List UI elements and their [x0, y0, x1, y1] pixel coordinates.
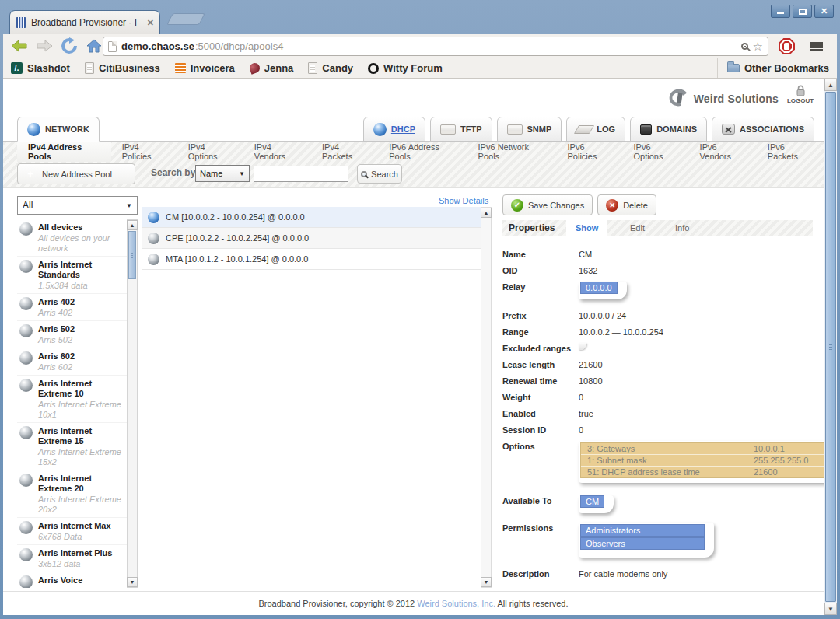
close-button[interactable]: ✕ [814, 5, 834, 18]
relay-listbox[interactable]: 0.0.0.0 [579, 282, 627, 299]
list-item[interactable]: Arris Internet Extreme 20Arris Internet … [17, 470, 127, 518]
prop-renewal-time: Renewal time10800 [502, 376, 813, 392]
list-item[interactable]: Arris 602Arris 602 [17, 348, 127, 376]
save-changes-button[interactable]: ✓ Save Changes [502, 194, 593, 215]
list-item[interactable]: Arris Internet Standards1.5x384 data [17, 257, 127, 294]
pool-list-scrollbar[interactable]: ▲ ▼ [481, 207, 492, 588]
tab-log[interactable]: LOG [566, 117, 625, 142]
prop-session-id: Session ID0 [502, 425, 813, 441]
subtab-ipv6-address-pools[interactable]: IPv6 Address Pools [378, 142, 467, 162]
bookmark-witty-forum[interactable]: Witty Forum [368, 62, 443, 74]
reload-button[interactable] [59, 37, 79, 55]
new-address-pool-button[interactable]: + New Address Pool [17, 163, 135, 184]
tab-show[interactable]: Show [566, 220, 607, 236]
device-filter-select[interactable]: All ▼ [17, 196, 138, 215]
pool-row-cm[interactable]: CM [10.0.0.2 - 10.0.0.254] @ 0.0.0.0 [142, 207, 481, 228]
forward-button[interactable] [34, 37, 54, 55]
footer-link[interactable]: Weird Solutions, Inc. [417, 599, 495, 608]
prop-prefix: Prefix10.0.0.0 / 24 [502, 310, 813, 327]
other-bookmarks-button[interactable]: Other Bookmarks [717, 58, 829, 78]
tab-close-icon[interactable]: ✕ [147, 18, 154, 28]
subtab-ipv4-policies[interactable]: IPv4 Policies [111, 142, 177, 162]
bookmark-candy[interactable]: Candy [308, 62, 353, 74]
permissions-listbox[interactable]: Administrators Observers [579, 523, 714, 558]
option-row[interactable]: 51: DHCP address lease time21600 [581, 467, 824, 477]
address-bar[interactable]: demo.chaos.se :5000/dhcp/apools4 ☆ [103, 37, 768, 56]
list-item[interactable]: Arris Internet Plus3x512 data [17, 545, 127, 572]
list-item[interactable]: Arris Internet Max6x768 Data [17, 518, 127, 545]
list-item[interactable]: All devicesAll devices on your network [17, 219, 127, 257]
available-to-listbox[interactable]: CM [579, 495, 614, 513]
scroll-up-icon[interactable]: ▲ [481, 208, 492, 218]
empty-list-icon [579, 343, 586, 350]
scroll-down-icon[interactable]: ▼ [824, 603, 837, 615]
pool-row-cpe[interactable]: CPE [10.0.2.2 - 10.0.2.254] @ 0.0.0.0 [142, 228, 481, 249]
search-button[interactable]: Search [357, 164, 402, 184]
tab-favicon-icon [16, 17, 26, 28]
option-row[interactable]: 1: Subnet mask255.255.255.0 [581, 455, 824, 467]
back-button[interactable] [9, 37, 30, 55]
device-list-scrollbar[interactable]: ▲ ▼ [127, 219, 138, 588]
show-details-link[interactable]: Show Details [439, 196, 488, 205]
list-item[interactable]: Arris Internet Extreme 15Arris Internet … [17, 423, 127, 470]
menu-icon[interactable] [810, 42, 823, 51]
zoom-icon[interactable] [741, 43, 748, 50]
globe-icon [373, 123, 387, 136]
list-item[interactable]: Arris 502Arris 502 [17, 321, 127, 348]
subtab-ipv4-packets[interactable]: IPv4 Packets [311, 142, 378, 162]
tab-domains[interactable]: DOMAINS [630, 117, 707, 142]
bookmark-star-icon[interactable]: ☆ [753, 41, 763, 52]
maximize-button[interactable] [793, 5, 812, 18]
subtab-ipv6-packets[interactable]: IPv6 Packets [757, 142, 824, 162]
globe-icon [27, 123, 40, 136]
option-row[interactable]: 3: Gateways10.0.0.1 [581, 443, 824, 455]
subtab-ipv6-network-pools[interactable]: IPv6 Network Pools [467, 142, 557, 162]
bookmark-invoicera[interactable]: Invoicera [175, 62, 235, 74]
list-item[interactable]: Arris VoiceVoice Only Option [17, 572, 127, 588]
new-tab-button[interactable] [166, 13, 205, 25]
bookmark-jenna[interactable]: Jenna [250, 62, 294, 74]
scroll-up-icon[interactable]: ▲ [824, 79, 837, 91]
pool-list: CM [10.0.0.2 - 10.0.0.254] @ 0.0.0.0 CPE… [142, 207, 481, 588]
scroll-down-icon[interactable]: ▼ [481, 577, 492, 587]
scrollbar-thumb[interactable] [128, 231, 136, 279]
prop-available-to: Available To CM [502, 495, 813, 513]
tab-network[interactable]: NETWORK [17, 117, 100, 142]
device-icon [19, 379, 33, 420]
scrollbar-thumb[interactable] [825, 92, 836, 602]
properties-header: Properties Show Edit Info [502, 220, 813, 236]
scroll-up-icon[interactable]: ▲ [127, 220, 138, 230]
subtab-ipv6-options[interactable]: IPv6 Options [623, 142, 689, 162]
pool-row-mta[interactable]: MTA [10.0.1.2 - 10.0.1.254] @ 0.0.0.0 [142, 249, 481, 270]
subtab-ipv6-vendors[interactable]: IPv6 Vendors [689, 142, 757, 162]
tab-dhcp[interactable]: DHCP [363, 117, 425, 142]
subtab-ipv4-address-pools[interactable]: IPv4 Address Pools [17, 142, 111, 162]
tab-snmp[interactable]: SNMP [497, 117, 562, 142]
delete-button[interactable]: ✕ Delete [597, 194, 656, 215]
scroll-down-icon[interactable]: ▼ [127, 577, 138, 587]
tab-info[interactable]: Info [666, 220, 698, 236]
home-button[interactable] [84, 37, 104, 55]
adblock-icon[interactable] [779, 38, 795, 54]
tab-associations[interactable]: ASSOCIATIONS [712, 117, 814, 142]
list-item[interactable]: Arris Internet Extreme 10Arris Internet … [17, 376, 127, 423]
tab-tftp[interactable]: TFTP [430, 117, 492, 142]
device-list: All devicesAll devices on your network A… [17, 219, 127, 588]
server-icon [440, 124, 456, 135]
subtab-ipv4-options[interactable]: IPv4 Options [177, 142, 243, 162]
browser-tab[interactable]: Broadband Provisioner - I ✕ [9, 10, 160, 34]
logout-button[interactable]: LOGOUT [785, 85, 816, 104]
subtab-ipv4-vendors[interactable]: IPv4 Vendors [243, 142, 311, 162]
subtab-ipv6-policies[interactable]: IPv6 Policies [557, 142, 623, 162]
minimize-button[interactable] [771, 5, 790, 18]
search-input[interactable] [254, 166, 348, 182]
bookmark-citibusiness[interactable]: CitiBusiness [85, 62, 160, 74]
delete-icon: ✕ [606, 199, 618, 212]
search-field-select[interactable]: Name ▼ [195, 165, 250, 182]
browser-scrollbar[interactable]: ▲ ▼ [824, 79, 837, 615]
pool-icon [148, 212, 159, 223]
tab-edit[interactable]: Edit [621, 220, 654, 236]
bookmark-slashdot[interactable]: /.Slashdot [11, 62, 70, 74]
weird-solutions-logo-icon [666, 88, 691, 110]
list-item[interactable]: Arris 402Arris 402 [17, 294, 127, 321]
